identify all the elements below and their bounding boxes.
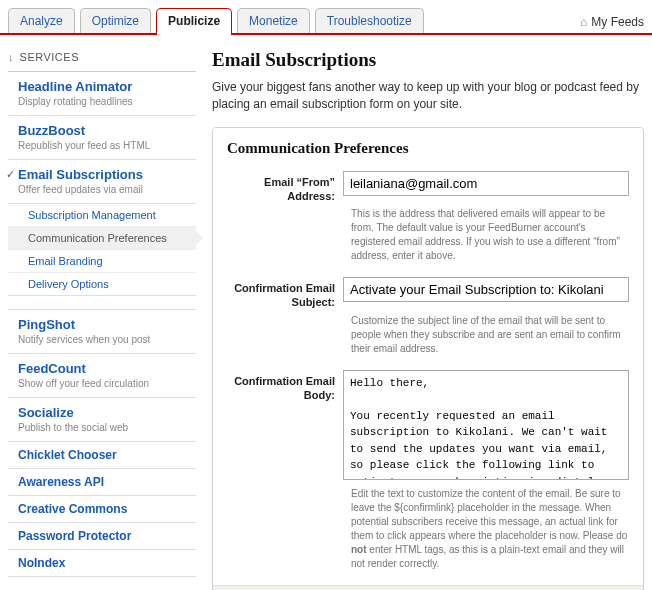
from-address-label: Email “From” Address:	[227, 171, 343, 204]
tab-analyze[interactable]: Analyze	[8, 8, 75, 33]
panel-footer: Save This service is active Deactivate	[213, 586, 643, 590]
home-icon: ⌂	[580, 15, 587, 29]
help-pre: Edit the text to customize the content o…	[351, 488, 627, 541]
help-post: enter HTML tags, as this is a plain-text…	[351, 544, 624, 569]
sidebar-item-headline-animator[interactable]: Headline Animator Display rotating headl…	[8, 72, 196, 116]
sidebar-sub-communication-preferences[interactable]: Communication Preferences	[8, 227, 196, 250]
sidebar-item-noindex[interactable]: NoIndex	[8, 550, 196, 577]
services-sidebar: ↓ SERVICES Headline Animator Display rot…	[8, 35, 196, 590]
sidebar-item-pingshot[interactable]: PingShot Notify services when you post	[8, 310, 196, 354]
tabs-bar: Analyze Optimize Publicize Monetize Trou…	[0, 0, 652, 35]
sidebar-item-buzzboost[interactable]: BuzzBoost Republish your feed as HTML	[8, 116, 196, 160]
sidebar-item-title: Chicklet Chooser	[18, 448, 192, 462]
sidebar-sub-email-branding[interactable]: Email Branding	[8, 250, 196, 273]
page-title: Email Subscriptions	[212, 49, 644, 71]
tab-troubleshootize[interactable]: Troubleshootize	[315, 8, 424, 33]
sidebar-item-feedcount[interactable]: FeedCount Show off your feed circulation	[8, 354, 196, 398]
sidebar-item-title: Headline Animator	[18, 79, 192, 94]
confirmation-body-label: Confirmation Email Body:	[227, 370, 343, 483]
sidebar-item-title: FeedCount	[18, 361, 192, 376]
sidebar-item-title: Email Subscriptions	[18, 167, 192, 182]
tab-optimize[interactable]: Optimize	[80, 8, 151, 33]
sidebar-item-desc: Republish your feed as HTML	[18, 140, 192, 152]
from-address-help: This is the address that delivered email…	[351, 207, 629, 263]
sidebar-item-awareness-api[interactable]: Awareness API	[8, 469, 196, 496]
confirmation-subject-help: Customize the subject line of the email …	[351, 314, 629, 356]
sidebar-item-desc: Offer feed updates via email	[18, 184, 192, 196]
sidebar-item-title: Creative Commons	[18, 502, 192, 516]
sidebar-item-title: BuzzBoost	[18, 123, 192, 138]
sidebar-item-title: Socialize	[18, 405, 192, 420]
sidebar-item-title: PingShot	[18, 317, 192, 332]
help-bold: not	[351, 544, 367, 555]
sidebar-item-password-protector[interactable]: Password Protector	[8, 523, 196, 550]
sidebar-item-creative-commons[interactable]: Creative Commons	[8, 496, 196, 523]
sidebar-item-socialize[interactable]: Socialize Publish to the social web	[8, 398, 196, 442]
preferences-panel: Communication Preferences Email “From” A…	[212, 127, 644, 590]
services-header-label: SERVICES	[20, 51, 79, 63]
confirmation-body-help: Edit the text to customize the content o…	[351, 487, 629, 571]
check-icon: ✓	[6, 168, 15, 181]
sidebar-item-desc: Display rotating headlines	[18, 96, 192, 108]
sidebar-sub-subscription-management[interactable]: Subscription Management	[8, 204, 196, 227]
confirmation-body-textarea[interactable]	[343, 370, 629, 480]
sidebar-item-title: Password Protector	[18, 529, 192, 543]
my-feeds-link[interactable]: ⌂ My Feeds	[580, 15, 644, 33]
confirmation-subject-label: Confirmation Email Subject:	[227, 277, 343, 310]
sidebar-item-title: Awareness API	[18, 475, 192, 489]
sidebar-item-email-subscriptions[interactable]: ✓ Email Subscriptions Offer feed updates…	[8, 160, 196, 204]
page-intro: Give your biggest fans another way to ke…	[212, 79, 644, 113]
sidebar-item-desc: Show off your feed circulation	[18, 378, 192, 390]
panel-title: Communication Preferences	[227, 140, 629, 157]
sort-arrow-icon: ↓	[8, 51, 14, 63]
sidebar-item-title: NoIndex	[18, 556, 192, 570]
sidebar-item-chicklet-chooser[interactable]: Chicklet Chooser	[8, 442, 196, 469]
tab-publicize[interactable]: Publicize	[156, 8, 232, 35]
sidebar-item-desc: Notify services when you post	[18, 334, 192, 346]
tab-monetize[interactable]: Monetize	[237, 8, 310, 33]
my-feeds-label: My Feeds	[591, 15, 644, 29]
sidebar-item-desc: Publish to the social web	[18, 422, 192, 434]
sidebar-gap	[8, 296, 196, 310]
services-header: ↓ SERVICES	[8, 51, 196, 72]
sidebar-sub-delivery-options[interactable]: Delivery Options	[8, 273, 196, 296]
main-content: Email Subscriptions Give your biggest fa…	[196, 35, 644, 590]
confirmation-subject-input[interactable]	[343, 277, 629, 302]
from-address-input[interactable]	[343, 171, 629, 196]
